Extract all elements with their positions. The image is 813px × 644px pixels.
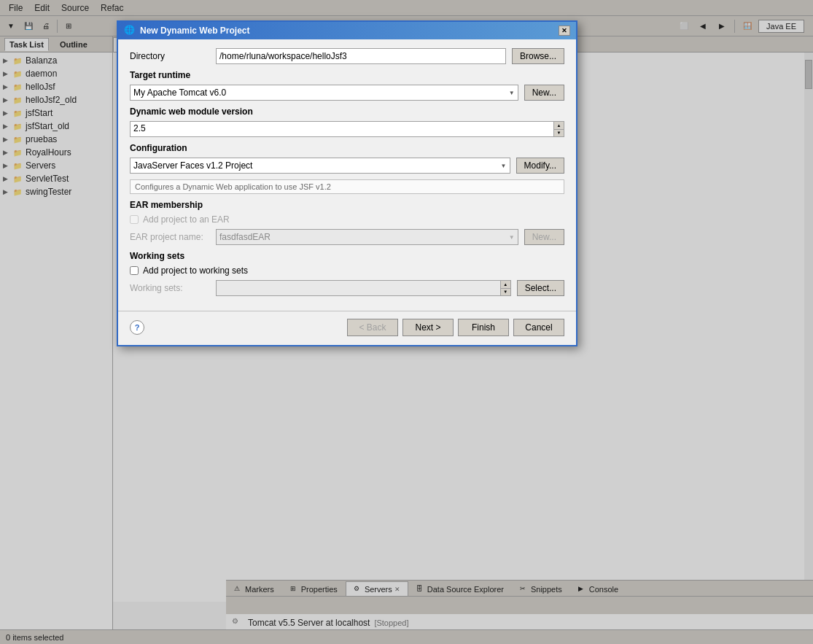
configuration-description: Configures a Dynamic Web application to … (130, 179, 564, 194)
spinner-buttons: ▲ ▼ (553, 122, 564, 136)
working-sets-down-btn[interactable]: ▼ (501, 289, 510, 296)
finish-button[interactable]: Finish (458, 319, 509, 336)
directory-label: Directory (130, 51, 210, 61)
working-sets-input[interactable]: ▲ ▼ (216, 280, 511, 296)
working-sets-checkbox[interactable] (130, 266, 139, 275)
dialog-title-text: New Dynamic Web Project (140, 26, 250, 36)
cancel-button[interactable]: Cancel (513, 319, 564, 336)
working-sets-field-label: Working sets: (130, 283, 210, 293)
working-sets-spinner-btns: ▲ ▼ (500, 281, 510, 295)
ear-add-checkbox[interactable] (130, 215, 139, 224)
dialog-close-icon[interactable]: ✕ (559, 26, 570, 36)
back-button[interactable]: < Back (347, 319, 398, 336)
dialog-overlay: 🌐 New Dynamic Web Project ✕ Directory Br… (0, 0, 813, 644)
configuration-value: JavaServer Faces v1.2 Project (133, 160, 252, 171)
web-module-version-title: Dynamic web module version (130, 106, 564, 117)
working-sets-select-btn[interactable]: Select... (517, 280, 564, 296)
next-button[interactable]: Next > (402, 319, 454, 336)
ear-project-name-select: fasdfasdEAR ▼ (216, 229, 518, 245)
configuration-select[interactable]: JavaServer Faces v1.2 Project ▼ (130, 158, 510, 174)
configuration-row: JavaServer Faces v1.2 Project ▼ Modify..… (130, 158, 564, 174)
target-runtime-title: Target runtime (130, 70, 564, 80)
directory-browse-btn[interactable]: Browse... (512, 48, 564, 64)
dialog-title-icon: 🌐 (124, 25, 136, 36)
ear-project-name-row: EAR project name: fasdfasdEAR ▼ New... (130, 229, 564, 245)
config-arrow: ▼ (501, 163, 507, 169)
help-icon[interactable]: ? (130, 320, 144, 335)
working-sets-select-row: Working sets: ▲ ▼ Select... (130, 280, 564, 296)
configuration-title: Configuration (130, 143, 564, 153)
ear-project-name-value: fasdfasdEAR (219, 232, 271, 242)
ear-add-label: Add project to an EAR (143, 214, 230, 225)
target-runtime-select[interactable]: My Apache Tomcat v6.0 ▼ (130, 85, 518, 101)
working-sets-label: Add project to working sets (143, 265, 248, 276)
target-runtime-arrow: ▼ (509, 90, 515, 96)
dialog-new-web-project: 🌐 New Dynamic Web Project ✕ Directory Br… (117, 20, 577, 346)
ear-project-name-label: EAR project name: (130, 232, 210, 242)
working-sets-title: Working sets (130, 251, 564, 261)
ear-membership-title: EAR membership (130, 200, 564, 210)
spinner-value: 2.5 (131, 122, 553, 136)
spinner-down-btn[interactable]: ▼ (554, 130, 564, 137)
web-module-version-row: 2.5 ▲ ▼ (130, 121, 564, 137)
dialog-buttons: ? < Back Next > Finish Cancel (118, 311, 576, 345)
working-sets-checkbox-row: Add project to working sets (130, 265, 564, 276)
configuration-modify-btn[interactable]: Modify... (516, 158, 564, 174)
ear-new-btn: New... (524, 229, 564, 245)
dialog-content: Directory Browse... Target runtime My Ap… (118, 39, 576, 311)
directory-input[interactable] (216, 48, 506, 64)
target-runtime-new-btn[interactable]: New... (524, 85, 564, 101)
ear-add-checkbox-row: Add project to an EAR (130, 214, 564, 225)
target-runtime-value: My Apache Tomcat v6.0 (133, 88, 226, 98)
web-module-version-spinner[interactable]: 2.5 ▲ ▼ (130, 121, 564, 137)
directory-row: Directory Browse... (130, 48, 564, 64)
working-sets-up-btn[interactable]: ▲ (501, 281, 510, 289)
working-sets-value (217, 281, 500, 295)
dialog-titlebar: 🌐 New Dynamic Web Project ✕ (118, 22, 576, 39)
spinner-up-btn[interactable]: ▲ (554, 122, 564, 130)
ear-arrow: ▼ (509, 234, 515, 241)
target-runtime-row: My Apache Tomcat v6.0 ▼ New... (130, 85, 564, 101)
